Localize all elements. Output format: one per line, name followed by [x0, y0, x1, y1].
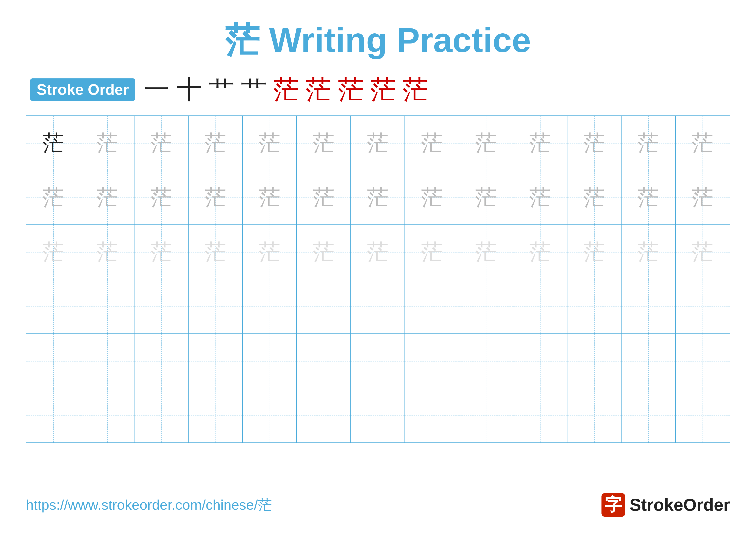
- footer: https://www.strokeorder.com/chinese/茫 字 …: [26, 493, 730, 517]
- cell-5-1[interactable]: [26, 334, 80, 388]
- cell-6-7[interactable]: [351, 388, 405, 443]
- cell-1-12[interactable]: 茫: [622, 116, 676, 170]
- cell-4-4[interactable]: [189, 279, 243, 333]
- cell-5-12[interactable]: [622, 334, 676, 388]
- cell-2-7[interactable]: 茫: [351, 170, 405, 224]
- cell-6-13[interactable]: [676, 388, 730, 443]
- cell-1-11[interactable]: 茫: [567, 116, 622, 170]
- cell-5-13[interactable]: [676, 334, 730, 388]
- cell-5-2[interactable]: [80, 334, 134, 388]
- cell-1-2[interactable]: 茫: [80, 116, 134, 170]
- cell-2-9[interactable]: 茫: [459, 170, 513, 224]
- cell-3-11[interactable]: 茫: [567, 225, 622, 279]
- cell-6-10[interactable]: [513, 388, 567, 443]
- char-display: 茫: [475, 187, 497, 208]
- cell-5-9[interactable]: [459, 334, 513, 388]
- cell-1-6[interactable]: 茫: [297, 116, 351, 170]
- char-display: 茫: [367, 187, 389, 208]
- stroke-9: 茫: [403, 77, 428, 103]
- grid-row-4: [26, 279, 730, 334]
- char-display: 茫: [42, 241, 64, 263]
- cell-3-4[interactable]: 茫: [189, 225, 243, 279]
- cell-6-3[interactable]: [134, 388, 189, 443]
- char-display: 茫: [150, 241, 172, 263]
- cell-3-13[interactable]: 茫: [676, 225, 730, 279]
- cell-3-5[interactable]: 茫: [243, 225, 297, 279]
- cell-1-4[interactable]: 茫: [189, 116, 243, 170]
- cell-1-10[interactable]: 茫: [513, 116, 567, 170]
- cell-4-7[interactable]: [351, 279, 405, 333]
- cell-5-10[interactable]: [513, 334, 567, 388]
- cell-5-4[interactable]: [189, 334, 243, 388]
- cell-2-13[interactable]: 茫: [676, 170, 730, 224]
- cell-3-10[interactable]: 茫: [513, 225, 567, 279]
- char-display: 茫: [692, 132, 713, 154]
- cell-6-5[interactable]: [243, 388, 297, 443]
- char-display: 茫: [529, 187, 551, 208]
- cell-2-12[interactable]: 茫: [622, 170, 676, 224]
- footer-url: https://www.strokeorder.com/chinese/茫: [26, 496, 272, 514]
- char-display: 茫: [367, 132, 389, 154]
- char-display: 茫: [42, 187, 64, 208]
- char-display: 茫: [96, 187, 118, 208]
- cell-6-1[interactable]: [26, 388, 80, 443]
- cell-4-9[interactable]: [459, 279, 513, 333]
- char-display: 茫: [259, 132, 281, 154]
- cell-4-8[interactable]: [405, 279, 459, 333]
- cell-5-8[interactable]: [405, 334, 459, 388]
- title-text: Writing Practice: [269, 21, 531, 59]
- cell-4-3[interactable]: [134, 279, 189, 333]
- cell-3-2[interactable]: 茫: [80, 225, 134, 279]
- cell-6-6[interactable]: [297, 388, 351, 443]
- char-display: 茫: [150, 187, 172, 208]
- cell-3-12[interactable]: 茫: [622, 225, 676, 279]
- cell-4-13[interactable]: [676, 279, 730, 333]
- cell-4-5[interactable]: [243, 279, 297, 333]
- cell-1-5[interactable]: 茫: [243, 116, 297, 170]
- cell-6-8[interactable]: [405, 388, 459, 443]
- cell-6-11[interactable]: [567, 388, 622, 443]
- cell-4-6[interactable]: [297, 279, 351, 333]
- cell-4-11[interactable]: [567, 279, 622, 333]
- cell-2-4[interactable]: 茫: [189, 170, 243, 224]
- cell-2-3[interactable]: 茫: [134, 170, 189, 224]
- stroke-5: 茫: [273, 77, 299, 103]
- cell-1-9[interactable]: 茫: [459, 116, 513, 170]
- cell-6-4[interactable]: [189, 388, 243, 443]
- cell-3-7[interactable]: 茫: [351, 225, 405, 279]
- cell-5-7[interactable]: [351, 334, 405, 388]
- cell-2-6[interactable]: 茫: [297, 170, 351, 224]
- char-display: 茫: [259, 241, 281, 263]
- cell-5-6[interactable]: [297, 334, 351, 388]
- cell-3-3[interactable]: 茫: [134, 225, 189, 279]
- cell-3-9[interactable]: 茫: [459, 225, 513, 279]
- char-display: 茫: [313, 187, 335, 208]
- cell-4-12[interactable]: [622, 279, 676, 333]
- cell-1-13[interactable]: 茫: [676, 116, 730, 170]
- cell-2-5[interactable]: 茫: [243, 170, 297, 224]
- cell-2-11[interactable]: 茫: [567, 170, 622, 224]
- cell-1-1[interactable]: 茫: [26, 116, 80, 170]
- cell-5-3[interactable]: [134, 334, 189, 388]
- cell-1-8[interactable]: 茫: [405, 116, 459, 170]
- char-display: 茫: [96, 241, 118, 263]
- cell-1-3[interactable]: 茫: [134, 116, 189, 170]
- title-char: 茫: [225, 21, 259, 59]
- cell-2-10[interactable]: 茫: [513, 170, 567, 224]
- cell-1-7[interactable]: 茫: [351, 116, 405, 170]
- cell-4-10[interactable]: [513, 279, 567, 333]
- cell-6-2[interactable]: [80, 388, 134, 443]
- cell-3-6[interactable]: 茫: [297, 225, 351, 279]
- cell-6-9[interactable]: [459, 388, 513, 443]
- cell-4-1[interactable]: [26, 279, 80, 333]
- cell-5-11[interactable]: [567, 334, 622, 388]
- cell-2-1[interactable]: 茫: [26, 170, 80, 224]
- cell-5-5[interactable]: [243, 334, 297, 388]
- cell-4-2[interactable]: [80, 279, 134, 333]
- cell-6-12[interactable]: [622, 388, 676, 443]
- cell-3-1[interactable]: 茫: [26, 225, 80, 279]
- cell-2-8[interactable]: 茫: [405, 170, 459, 224]
- cell-3-8[interactable]: 茫: [405, 225, 459, 279]
- stroke-3: 艹: [209, 77, 234, 103]
- cell-2-2[interactable]: 茫: [80, 170, 134, 224]
